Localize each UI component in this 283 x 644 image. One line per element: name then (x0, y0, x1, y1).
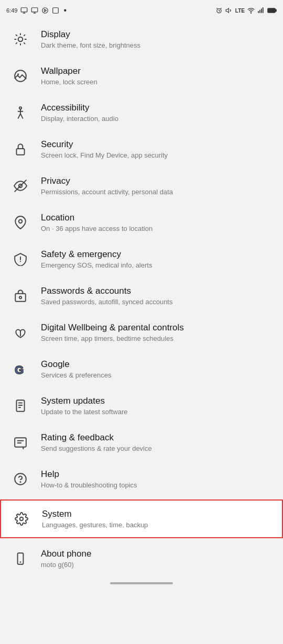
settings-item-google[interactable]: G Google Services & preferences (0, 351, 283, 387)
safety-icon (9, 248, 31, 270)
system-text: System Languages, gestures, time, backup (42, 508, 273, 530)
security-text: Security Screen lock, Find My Device, ap… (41, 139, 274, 160)
settings-item-safety[interactable]: Safety & emergency Emergency SOS, medica… (0, 241, 283, 277)
svg-line-10 (216, 8, 217, 9)
location-text: Location On · 36 apps have access to loc… (41, 212, 274, 234)
volume-icon (225, 7, 233, 14)
settings-item-rating[interactable]: Rating & feedback Send suggestions & rat… (0, 424, 283, 461)
settings-item-system-updates[interactable]: System updates Update to the latest soft… (0, 387, 283, 424)
signal-icon (257, 7, 265, 14)
help-subtitle: How-to & troubleshooting topics (41, 481, 274, 490)
settings-item-accessibility[interactable]: Accessibility Display, interaction, audi… (0, 94, 283, 131)
svg-point-31 (17, 73, 19, 75)
settings-item-location[interactable]: Location On · 36 apps have access to loc… (0, 204, 283, 241)
rating-subtitle: Send suggestions & rate your device (41, 445, 274, 453)
safety-text: Safety & emergency Emergency SOS, medica… (41, 249, 274, 270)
svg-line-11 (221, 8, 222, 9)
status-time: 6:49 (6, 7, 17, 14)
accessibility-title: Accessibility (41, 102, 274, 114)
svg-rect-16 (261, 9, 262, 13)
settings-item-passwords[interactable]: Passwords & accounts Saved passwords, au… (0, 277, 283, 314)
settings-list: Display Dark theme, font size, brightnes… (0, 21, 283, 577)
help-text: Help How-to & troubleshooting topics (41, 469, 274, 490)
bottom-indicator (110, 582, 173, 584)
svg-rect-14 (258, 11, 259, 13)
security-title: Security (41, 139, 274, 150)
system-updates-icon (9, 395, 31, 417)
wellbeing-subtitle: Screen time, app timers, bedtime schedul… (41, 335, 274, 343)
wallpaper-text: Wallpaper Home, lock screen (41, 65, 274, 87)
system-icon (10, 508, 32, 530)
svg-line-25 (24, 43, 25, 44)
help-icon (9, 468, 31, 490)
settings-item-wellbeing[interactable]: Digital Wellbeing & parental controls Sc… (0, 314, 283, 351)
svg-text:G: G (15, 363, 24, 376)
status-dot: • (63, 6, 67, 15)
svg-rect-3 (32, 8, 38, 12)
settings-item-wallpaper[interactable]: Wallpaper Home, lock screen (0, 58, 283, 94)
about-title: About phone (41, 548, 274, 560)
svg-rect-49 (15, 438, 26, 447)
passwords-text: Passwords & accounts Saved passwords, au… (41, 285, 274, 307)
privacy-text: Privacy Permissions, account activity, p… (41, 175, 274, 197)
wellbeing-text: Digital Wellbeing & parental controls Sc… (41, 322, 274, 343)
status-bar: 6:49 • LTE (0, 0, 283, 21)
settings-item-privacy[interactable]: Privacy Permissions, account activity, p… (0, 168, 283, 204)
svg-rect-17 (263, 7, 264, 13)
settings-item-about[interactable]: About phone moto g(60) (0, 540, 283, 577)
battery-icon (267, 7, 277, 14)
google-subtitle: Services & preferences (41, 371, 274, 380)
alarm-icon (215, 7, 223, 14)
wallpaper-icon (9, 65, 31, 87)
rating-title: Rating & feedback (41, 432, 274, 443)
system-updates-subtitle: Update to the latest software (41, 408, 274, 417)
svg-rect-41 (15, 294, 26, 302)
svg-rect-45 (16, 400, 24, 412)
svg-point-40 (20, 261, 21, 262)
accessibility-text: Accessibility Display, interaction, audi… (41, 102, 274, 124)
passwords-title: Passwords & accounts (41, 285, 274, 297)
security-subtitle: Screen lock, Find My Device, app securit… (41, 151, 274, 160)
privacy-subtitle: Permissions, account activity, personal … (41, 188, 274, 197)
settings-item-system[interactable]: System Languages, gestures, time, backup (0, 499, 283, 538)
google-icon: G (9, 358, 31, 380)
rating-icon (9, 431, 31, 453)
svg-line-29 (24, 35, 25, 36)
svg-line-24 (16, 35, 17, 36)
notif-icon-2 (31, 7, 38, 14)
svg-point-54 (20, 482, 20, 482)
safety-subtitle: Emergency SOS, medical info, alerts (41, 261, 274, 270)
svg-point-38 (19, 220, 23, 224)
svg-point-13 (251, 13, 251, 13)
system-updates-title: System updates (41, 395, 274, 407)
system-subtitle: Languages, gestures, time, backup (42, 521, 273, 530)
system-updates-text: System updates Update to the latest soft… (41, 395, 274, 417)
svg-line-37 (15, 180, 26, 192)
google-text: Google Services & preferences (41, 359, 274, 380)
notif-icon-4 (52, 7, 59, 14)
svg-rect-0 (21, 8, 28, 12)
accessibility-icon (9, 102, 31, 124)
status-right-icons: LTE (215, 7, 277, 14)
settings-item-security[interactable]: Security Screen lock, Find My Device, ap… (0, 131, 283, 168)
wallpaper-subtitle: Home, lock screen (41, 78, 274, 87)
svg-rect-8 (53, 8, 59, 14)
about-text: About phone moto g(60) (41, 548, 274, 570)
bottom-bar (0, 577, 283, 593)
passwords-subtitle: Saved passwords, autofill, synced accoun… (41, 298, 274, 307)
accessibility-subtitle: Display, interaction, audio (41, 115, 274, 124)
location-title: Location (41, 212, 274, 224)
display-subtitle: Dark theme, font size, brightness (41, 41, 274, 50)
help-title: Help (41, 469, 274, 480)
svg-marker-7 (45, 9, 47, 12)
security-icon (9, 138, 31, 160)
privacy-icon (9, 175, 31, 197)
notif-icon-1 (20, 7, 28, 14)
notif-icon-3 (41, 7, 49, 14)
svg-marker-12 (226, 8, 228, 13)
settings-item-display[interactable]: Display Dark theme, font size, brightnes… (0, 21, 283, 58)
wifi-icon (247, 7, 255, 14)
lte-icon: LTE (235, 8, 245, 14)
settings-item-help[interactable]: Help How-to & troubleshooting topics (0, 461, 283, 497)
svg-point-21 (18, 37, 23, 42)
